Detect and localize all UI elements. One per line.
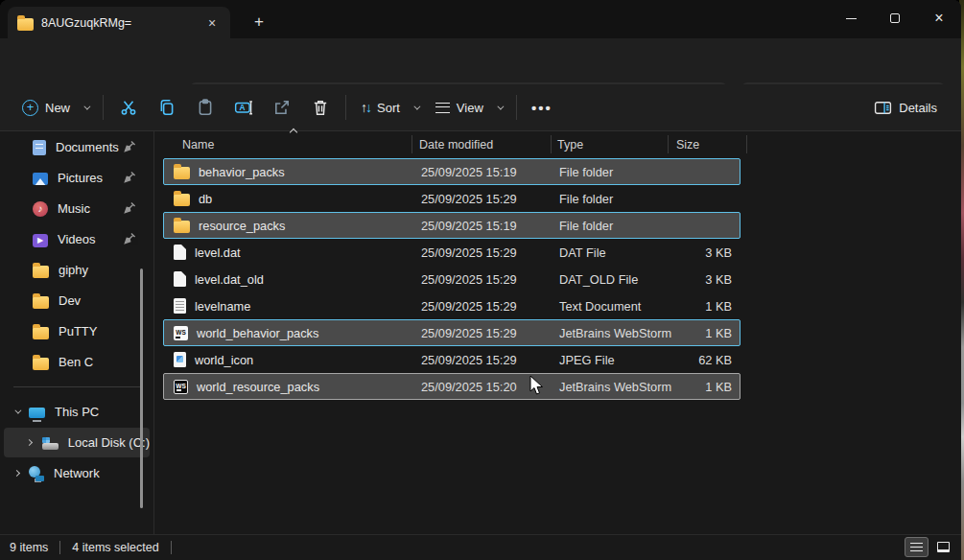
pin-icon xyxy=(124,232,136,247)
tree-item-local-disk-c-[interactable]: Local Disk (C:) xyxy=(4,428,150,457)
sidebar-item-label: Dev xyxy=(59,293,148,308)
file-row-world_resource_packs[interactable]: world_resource_packs25/09/2025 15:20JetB… xyxy=(163,373,741,400)
file-name: db xyxy=(199,192,212,206)
rename-icon: A xyxy=(234,99,253,116)
new-tab-button[interactable]: + xyxy=(246,10,272,35)
see-more-button[interactable]: ••• xyxy=(523,90,561,125)
thumbnail-view-toggle[interactable] xyxy=(931,537,955,557)
toolbar-separator xyxy=(103,95,104,120)
webstorm-dark-icon xyxy=(174,380,188,394)
details-view-toggle[interactable] xyxy=(905,537,929,557)
chevron-right-icon[interactable] xyxy=(4,471,29,476)
sidebar-item-putty[interactable]: PuTTY xyxy=(6,316,148,346)
file-row-level.dat[interactable]: level.dat25/09/2025 15:29DAT File3 KB xyxy=(163,239,741,266)
sidebar-item-pictures[interactable]: Pictures xyxy=(6,163,148,193)
column-header-date-modified[interactable]: Date modified xyxy=(411,138,550,152)
navigation-pane: DocumentsPicturesMusicVideosgiphyDevPuTT… xyxy=(0,131,153,534)
tree-list: This PCLocal Disk (C:)Network xyxy=(0,397,153,488)
cut-button[interactable] xyxy=(109,90,148,125)
sidebar-item-dev[interactable]: Dev xyxy=(6,286,148,315)
column-header-size[interactable]: Size xyxy=(667,138,745,152)
tab-title: 8AUGzuqkRMg= xyxy=(41,16,201,30)
new-button[interactable]: + New xyxy=(13,93,97,123)
file-name-cell: world_icon xyxy=(164,352,413,367)
column-resize-handle[interactable] xyxy=(551,135,552,153)
view-button[interactable]: View xyxy=(427,94,510,122)
paste-button[interactable] xyxy=(186,90,224,125)
tree-item-label: Network xyxy=(54,466,100,480)
column-header-type[interactable]: Type xyxy=(550,138,667,152)
copy-button[interactable] xyxy=(148,90,186,125)
pane-divider[interactable] xyxy=(153,131,154,534)
file-size: 1 KB xyxy=(669,326,732,340)
sort-button[interactable]: ↑↓ Sort xyxy=(352,93,427,122)
videos-icon xyxy=(33,234,48,247)
folder-icon xyxy=(33,296,49,309)
chevron-right-icon[interactable] xyxy=(17,440,42,445)
view-button-label: View xyxy=(457,101,483,115)
file-type: File folder xyxy=(552,165,669,179)
details-pane-button[interactable]: Details xyxy=(865,93,946,123)
file-row-level.dat_old[interactable]: level.dat_old25/09/2025 15:29DAT_OLD Fil… xyxy=(163,266,741,292)
rename-button[interactable]: A xyxy=(224,90,263,125)
file-row-world_icon[interactable]: world_icon25/09/2025 15:29JPEG File62 KB xyxy=(163,346,741,373)
paste-icon xyxy=(197,99,214,116)
file-type: JetBrains WebStorm xyxy=(552,380,669,394)
file-name-cell: level.dat xyxy=(164,245,413,260)
close-button[interactable]: × xyxy=(917,0,961,36)
folder-icon xyxy=(174,167,190,179)
tree-item-this-pc[interactable]: This PC xyxy=(4,397,150,427)
view-icon xyxy=(435,103,450,113)
sidebar-item-label: Documents xyxy=(56,140,124,154)
file-type: File folder xyxy=(552,192,669,206)
sidebar-item-music[interactable]: Music xyxy=(6,194,148,223)
column-resize-handle[interactable] xyxy=(668,135,669,153)
title-bar: 8AUGzuqkRMg= × + × xyxy=(0,0,961,38)
explorer-tab[interactable]: 8AUGzuqkRMg= × xyxy=(8,7,230,38)
file-row-resource_packs[interactable]: resource_packs25/09/2025 15:19File folde… xyxy=(163,212,741,239)
sidebar-item-label: Pictures xyxy=(58,171,124,185)
file-row-levelname[interactable]: levelname25/09/2025 15:29Text Document1 … xyxy=(163,292,741,319)
webstorm-light-icon xyxy=(174,326,188,340)
view-toggles xyxy=(905,537,955,557)
file-date: 25/09/2025 15:19 xyxy=(413,219,552,233)
chevron-down-icon xyxy=(413,103,420,109)
window-controls: × xyxy=(829,0,961,36)
items-count: 9 items xyxy=(10,541,48,554)
file-type: DAT_OLD File xyxy=(552,272,669,287)
maximize-icon xyxy=(890,13,900,23)
sidebar-item-videos[interactable]: Videos xyxy=(6,224,148,254)
column-resize-handle[interactable] xyxy=(411,135,412,153)
thumbnail-view-icon xyxy=(937,542,950,552)
file-type: DAT File xyxy=(552,245,669,260)
svg-text:A: A xyxy=(240,103,246,112)
minimize-button[interactable] xyxy=(829,0,873,36)
tab-close-icon[interactable]: × xyxy=(201,12,223,34)
tree-item-label: Local Disk (C:) xyxy=(68,435,150,450)
file-size: 62 KB xyxy=(669,353,732,367)
column-resize-handle[interactable] xyxy=(746,135,747,153)
share-button[interactable] xyxy=(263,90,301,125)
ellipsis-icon: ••• xyxy=(531,100,553,116)
selected-count: 4 items selected xyxy=(72,541,158,554)
sidebar-item-giphy[interactable]: giphy xyxy=(6,255,148,285)
sidebar-scrollbar[interactable] xyxy=(140,268,143,508)
documents-icon xyxy=(33,140,46,155)
tree-item-network[interactable]: Network xyxy=(4,458,150,488)
sidebar-item-documents[interactable]: Documents xyxy=(6,132,148,162)
chevron-down-icon[interactable] xyxy=(4,409,29,414)
sidebar-item-ben-c[interactable]: Ben C xyxy=(6,347,148,377)
cut-icon xyxy=(120,99,137,116)
mouse-cursor xyxy=(529,375,544,396)
column-header-name[interactable]: Name xyxy=(161,138,411,152)
file-row-db[interactable]: db25/09/2025 15:29File folder xyxy=(163,185,741,212)
file-row-behavior_packs[interactable]: behavior_packs25/09/2025 15:19File folde… xyxy=(163,158,741,185)
maximize-button[interactable] xyxy=(873,0,917,36)
delete-button[interactable] xyxy=(301,90,340,125)
file-name: world_behavior_packs xyxy=(197,326,318,340)
jpeg-icon xyxy=(174,352,186,367)
pin-icon xyxy=(124,201,136,217)
file-row-world_behavior_packs[interactable]: world_behavior_packs25/09/2025 15:29JetB… xyxy=(163,319,741,346)
sidebar-divider xyxy=(13,386,140,387)
folder-icon xyxy=(33,358,49,370)
